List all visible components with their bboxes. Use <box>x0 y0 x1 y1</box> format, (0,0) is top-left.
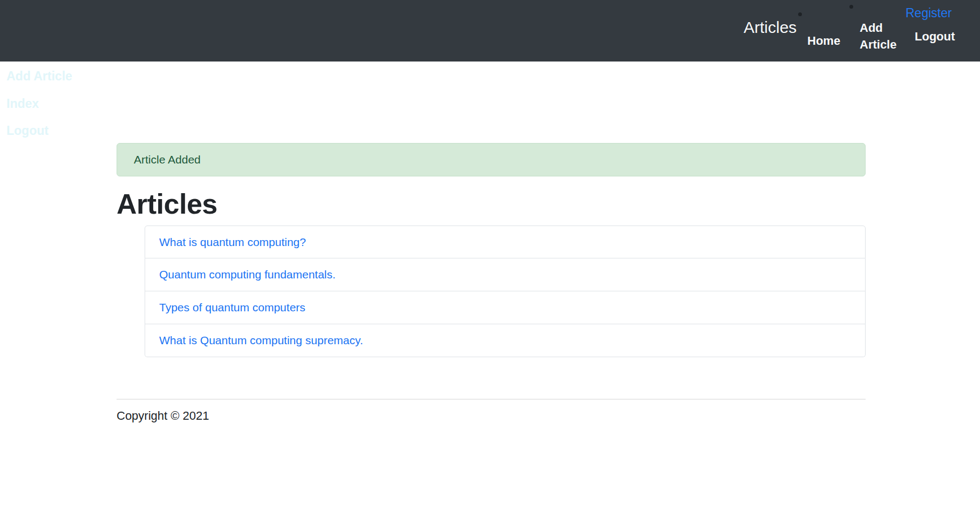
page-title: Articles <box>117 188 217 220</box>
footer-divider <box>117 399 866 400</box>
article-link[interactable]: What is quantum computing? <box>145 226 865 258</box>
article-link[interactable]: Types of quantum computers <box>145 291 865 324</box>
list-item: What is quantum computing? <box>145 226 866 258</box>
nav-item-add-article[interactable]: Add Article <box>860 19 897 53</box>
top-navbar: Articles Home Add Article Register Logou… <box>0 0 980 62</box>
footer-copyright: Copyright © 2021 <box>117 409 209 423</box>
ghost-link-add-article[interactable]: Add Article <box>6 69 72 84</box>
list-item: What is Quantum computing supremacy. <box>145 324 866 357</box>
list-bullet-dot <box>849 5 853 9</box>
article-link[interactable]: Quantum computing fundamentals. <box>145 258 865 291</box>
navbar-brand[interactable]: Articles <box>744 18 797 37</box>
article-list: What is quantum computing? Quantum compu… <box>145 226 866 357</box>
success-alert: Article Added <box>117 143 866 176</box>
list-item: Quantum computing fundamentals. <box>145 258 866 291</box>
article-link[interactable]: What is Quantum computing supremacy. <box>145 324 865 357</box>
list-item: Types of quantum computers <box>145 291 866 324</box>
ghost-link-index[interactable]: Index <box>6 96 39 111</box>
nav-item-register[interactable]: Register <box>906 5 952 21</box>
list-bullet-dot <box>798 12 802 16</box>
ghost-link-logout[interactable]: Logout <box>6 123 49 138</box>
success-alert-message: Article Added <box>134 153 201 166</box>
nav-item-home[interactable]: Home <box>807 33 840 49</box>
nav-item-logout[interactable]: Logout <box>915 29 955 45</box>
